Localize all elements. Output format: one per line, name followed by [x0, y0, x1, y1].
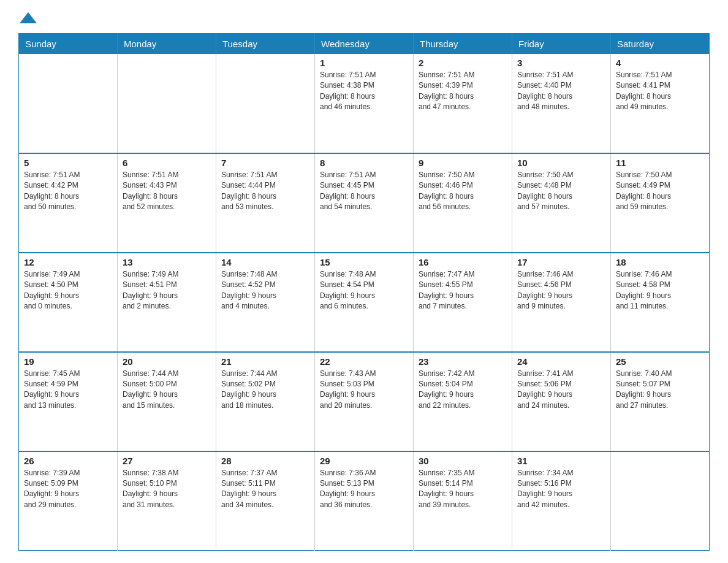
day-number: 12	[24, 257, 112, 267]
calendar-cell: 25Sunrise: 7:40 AMSunset: 5:07 PMDayligh…	[611, 352, 710, 451]
day-number: 28	[221, 456, 309, 466]
calendar-cell: 12Sunrise: 7:49 AMSunset: 4:50 PMDayligh…	[19, 253, 118, 352]
calendar-week-row: 5Sunrise: 7:51 AMSunset: 4:42 PMDaylight…	[19, 153, 710, 253]
day-info: Sunrise: 7:43 AMSunset: 5:03 PMDaylight:…	[320, 369, 408, 412]
day-number: 24	[517, 356, 605, 367]
day-info: Sunrise: 7:51 AMSunset: 4:41 PMDaylight:…	[616, 70, 704, 113]
day-number: 10	[517, 158, 605, 168]
calendar-cell: 2Sunrise: 7:51 AMSunset: 4:39 PMDaylight…	[414, 54, 512, 153]
day-number: 1	[320, 58, 408, 68]
calendar-cell: 5Sunrise: 7:51 AMSunset: 4:42 PMDaylight…	[19, 153, 118, 253]
calendar-cell: 26Sunrise: 7:39 AMSunset: 5:09 PMDayligh…	[19, 451, 118, 551]
day-number: 6	[123, 158, 211, 168]
calendar-cell: 19Sunrise: 7:45 AMSunset: 4:59 PMDayligh…	[19, 352, 118, 451]
day-info: Sunrise: 7:46 AMSunset: 4:58 PMDaylight:…	[616, 269, 704, 312]
day-info: Sunrise: 7:36 AMSunset: 5:13 PMDaylight:…	[320, 468, 408, 511]
day-number: 13	[123, 257, 211, 267]
logo-blue-block	[20, 12, 36, 22]
calendar-cell	[19, 54, 118, 153]
calendar-cell	[216, 54, 315, 153]
calendar-cell: 11Sunrise: 7:50 AMSunset: 4:49 PMDayligh…	[611, 153, 710, 253]
day-number: 14	[221, 257, 309, 267]
day-number: 2	[419, 58, 507, 68]
calendar-cell: 30Sunrise: 7:35 AMSunset: 5:14 PMDayligh…	[414, 451, 512, 551]
day-info: Sunrise: 7:47 AMSunset: 4:55 PMDaylight:…	[419, 269, 507, 312]
day-number: 18	[616, 257, 704, 267]
day-info: Sunrise: 7:39 AMSunset: 5:09 PMDaylight:…	[24, 468, 112, 511]
day-info: Sunrise: 7:50 AMSunset: 4:49 PMDaylight:…	[616, 170, 704, 213]
day-number: 30	[419, 456, 507, 466]
calendar-week-row: 1Sunrise: 7:51 AMSunset: 4:38 PMDaylight…	[19, 54, 710, 153]
weekday-header-row: SundayMondayTuesdayWednesdayThursdayFrid…	[19, 34, 710, 55]
logo	[18, 12, 36, 22]
calendar-cell: 10Sunrise: 7:50 AMSunset: 4:48 PMDayligh…	[512, 153, 611, 253]
weekday-header-monday: Monday	[118, 34, 216, 55]
day-number: 11	[616, 158, 704, 168]
day-info: Sunrise: 7:48 AMSunset: 4:52 PMDaylight:…	[221, 269, 309, 312]
day-info: Sunrise: 7:49 AMSunset: 4:51 PMDaylight:…	[123, 269, 211, 312]
weekday-header-friday: Friday	[512, 34, 611, 55]
day-number: 21	[221, 356, 309, 367]
calendar-cell	[611, 451, 710, 551]
day-info: Sunrise: 7:45 AMSunset: 4:59 PMDaylight:…	[24, 369, 112, 412]
day-number: 22	[320, 356, 408, 367]
weekday-header-wednesday: Wednesday	[315, 34, 414, 55]
weekday-header-thursday: Thursday	[414, 34, 512, 55]
day-info: Sunrise: 7:35 AMSunset: 5:14 PMDaylight:…	[419, 468, 507, 511]
calendar-cell: 27Sunrise: 7:38 AMSunset: 5:10 PMDayligh…	[118, 451, 216, 551]
day-info: Sunrise: 7:51 AMSunset: 4:40 PMDaylight:…	[517, 70, 605, 113]
calendar-cell: 6Sunrise: 7:51 AMSunset: 4:43 PMDaylight…	[118, 153, 216, 253]
day-info: Sunrise: 7:51 AMSunset: 4:42 PMDaylight:…	[24, 170, 112, 213]
header	[18, 12, 710, 22]
calendar-week-row: 12Sunrise: 7:49 AMSunset: 4:50 PMDayligh…	[19, 253, 710, 352]
calendar-cell: 1Sunrise: 7:51 AMSunset: 4:38 PMDaylight…	[315, 54, 414, 153]
calendar-cell: 15Sunrise: 7:48 AMSunset: 4:54 PMDayligh…	[315, 253, 414, 352]
calendar-cell: 4Sunrise: 7:51 AMSunset: 4:41 PMDaylight…	[611, 54, 710, 153]
day-number: 17	[517, 257, 605, 267]
weekday-header-tuesday: Tuesday	[216, 34, 315, 55]
day-info: Sunrise: 7:44 AMSunset: 5:02 PMDaylight:…	[221, 369, 309, 412]
day-number: 20	[123, 356, 211, 367]
day-info: Sunrise: 7:51 AMSunset: 4:43 PMDaylight:…	[123, 170, 211, 213]
day-info: Sunrise: 7:42 AMSunset: 5:04 PMDaylight:…	[419, 369, 507, 412]
calendar-cell: 23Sunrise: 7:42 AMSunset: 5:04 PMDayligh…	[414, 352, 512, 451]
calendar-cell: 29Sunrise: 7:36 AMSunset: 5:13 PMDayligh…	[315, 451, 414, 551]
page: SundayMondayTuesdayWednesdayThursdayFrid…	[0, 0, 728, 563]
day-number: 9	[419, 158, 507, 168]
day-number: 16	[419, 257, 507, 267]
day-number: 15	[320, 257, 408, 267]
day-info: Sunrise: 7:37 AMSunset: 5:11 PMDaylight:…	[221, 468, 309, 511]
day-number: 3	[517, 58, 605, 68]
day-number: 23	[419, 356, 507, 367]
day-info: Sunrise: 7:51 AMSunset: 4:38 PMDaylight:…	[320, 70, 408, 113]
calendar-cell: 31Sunrise: 7:34 AMSunset: 5:16 PMDayligh…	[512, 451, 611, 551]
calendar-cell	[118, 54, 216, 153]
day-info: Sunrise: 7:46 AMSunset: 4:56 PMDaylight:…	[517, 269, 605, 312]
day-info: Sunrise: 7:50 AMSunset: 4:48 PMDaylight:…	[517, 170, 605, 213]
day-number: 4	[616, 58, 704, 68]
day-number: 19	[24, 356, 112, 367]
calendar-cell: 18Sunrise: 7:46 AMSunset: 4:58 PMDayligh…	[611, 253, 710, 352]
weekday-header-sunday: Sunday	[19, 34, 118, 55]
calendar-cell: 28Sunrise: 7:37 AMSunset: 5:11 PMDayligh…	[216, 451, 315, 551]
day-info: Sunrise: 7:48 AMSunset: 4:54 PMDaylight:…	[320, 269, 408, 312]
day-number: 5	[24, 158, 112, 168]
calendar-cell: 24Sunrise: 7:41 AMSunset: 5:06 PMDayligh…	[512, 352, 611, 451]
day-info: Sunrise: 7:51 AMSunset: 4:45 PMDaylight:…	[320, 170, 408, 213]
calendar-cell: 14Sunrise: 7:48 AMSunset: 4:52 PMDayligh…	[216, 253, 315, 352]
day-info: Sunrise: 7:34 AMSunset: 5:16 PMDaylight:…	[517, 468, 605, 511]
day-number: 31	[517, 456, 605, 466]
day-number: 26	[24, 456, 112, 466]
day-number: 29	[320, 456, 408, 466]
logo-triangle-icon	[20, 12, 37, 23]
day-number: 27	[123, 456, 211, 466]
day-info: Sunrise: 7:44 AMSunset: 5:00 PMDaylight:…	[123, 369, 211, 412]
calendar-cell: 13Sunrise: 7:49 AMSunset: 4:51 PMDayligh…	[118, 253, 216, 352]
weekday-header-saturday: Saturday	[611, 34, 710, 55]
calendar-cell: 20Sunrise: 7:44 AMSunset: 5:00 PMDayligh…	[118, 352, 216, 451]
calendar-cell: 22Sunrise: 7:43 AMSunset: 5:03 PMDayligh…	[315, 352, 414, 451]
calendar-cell: 7Sunrise: 7:51 AMSunset: 4:44 PMDaylight…	[216, 153, 315, 253]
day-info: Sunrise: 7:49 AMSunset: 4:50 PMDaylight:…	[24, 269, 112, 312]
day-info: Sunrise: 7:51 AMSunset: 4:39 PMDaylight:…	[419, 70, 507, 113]
day-info: Sunrise: 7:40 AMSunset: 5:07 PMDaylight:…	[616, 369, 704, 412]
